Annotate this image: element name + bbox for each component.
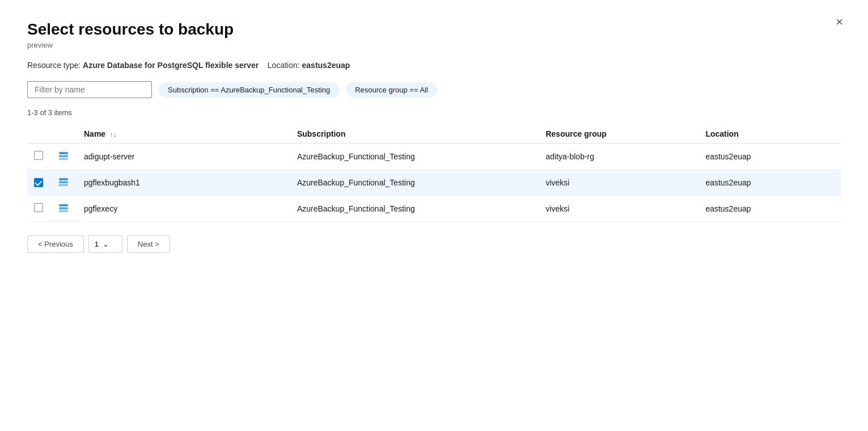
dialog-container: × Select resources to backup preview Res… (0, 0, 868, 431)
svg-rect-2 (59, 158, 68, 160)
svg-point-7 (59, 178, 68, 180)
row-resource-group: aditya-blob-rg (539, 143, 698, 170)
col-name-label: Name (84, 129, 105, 138)
svg-point-11 (59, 204, 68, 206)
subscription-filter-tag[interactable]: Subscription == AzureBackup_Functional_T… (159, 82, 339, 98)
row-name: pgflexecy (77, 196, 290, 222)
table-body: adigupt-serverAzureBackup_Functional_Tes… (27, 143, 841, 222)
table-row[interactable]: pgflexecyAzureBackup_Functional_Testingv… (27, 196, 841, 222)
row-name: pgflexbugbash1 (77, 170, 290, 196)
table-row[interactable]: pgflexbugbash1AzureBackup_Functional_Tes… (27, 170, 841, 196)
col-header-check (27, 125, 50, 143)
database-icon (57, 149, 70, 163)
col-header-icon (50, 125, 77, 143)
row-checkbox-unchecked[interactable] (34, 203, 43, 212)
filters-row: Subscription == AzureBackup_Functional_T… (27, 81, 841, 98)
col-header-resource-group: Resource group (539, 125, 698, 143)
resources-table: Name ↑↓ Subscription Resource group Loca… (27, 125, 841, 222)
col-header-location: Location (698, 125, 841, 143)
resource-type-value: Azure Database for PostgreSQL flexible s… (83, 61, 259, 70)
resource-type-label: Resource type: (27, 61, 81, 70)
dialog-title: Select resources to backup (27, 20, 841, 39)
location-value: eastus2euap (302, 61, 350, 70)
svg-rect-9 (59, 208, 68, 210)
row-location: eastus2euap (698, 196, 841, 222)
row-checkbox-checked[interactable] (34, 178, 43, 187)
row-checkbox-cell (27, 196, 50, 222)
row-checkbox-cell (27, 170, 50, 196)
database-icon (57, 201, 70, 215)
page-select[interactable]: 1 ⌄ (88, 235, 122, 253)
chevron-down-icon: ⌄ (103, 240, 109, 248)
page-select-dropdown[interactable]: 1 (95, 240, 99, 248)
row-name: adigupt-server (77, 143, 290, 170)
database-icon (57, 175, 70, 189)
items-count: 1-3 of 3 items (27, 108, 841, 117)
row-icon-cell (50, 196, 77, 222)
row-subscription: AzureBackup_Functional_Testing (290, 143, 539, 170)
svg-rect-6 (59, 184, 68, 187)
table-row[interactable]: adigupt-serverAzureBackup_Functional_Tes… (27, 143, 841, 170)
pagination-row: < Previous 1 ⌄ Next > (27, 235, 841, 253)
col-header-subscription: Subscription (290, 125, 539, 143)
row-checkbox-unchecked[interactable] (34, 151, 43, 160)
location-label: Location: (268, 61, 300, 70)
previous-button[interactable]: < Previous (27, 235, 84, 253)
row-icon-cell (50, 143, 77, 170)
svg-rect-5 (59, 181, 68, 184)
filter-by-name-input[interactable] (27, 81, 152, 98)
col-header-name[interactable]: Name ↑↓ (77, 125, 290, 143)
close-button[interactable]: × (831, 14, 848, 31)
resource-group-filter-tag[interactable]: Resource group == All (346, 82, 437, 98)
row-icon-cell (50, 170, 77, 196)
svg-point-3 (59, 152, 68, 154)
table-header-row: Name ↑↓ Subscription Resource group Loca… (27, 125, 841, 143)
sort-icon[interactable]: ↑↓ (110, 131, 116, 138)
resource-info: Resource type: Azure Database for Postgr… (27, 61, 841, 70)
svg-rect-10 (59, 210, 68, 213)
row-subscription: AzureBackup_Functional_Testing (290, 196, 539, 222)
row-location: eastus2euap (698, 143, 841, 170)
row-subscription: AzureBackup_Functional_Testing (290, 170, 539, 196)
row-resource-group: viveksi (539, 196, 698, 222)
svg-rect-1 (59, 155, 68, 158)
next-button[interactable]: Next > (127, 235, 170, 253)
row-location: eastus2euap (698, 170, 841, 196)
row-checkbox-cell (27, 143, 50, 170)
row-resource-group: viveksi (539, 170, 698, 196)
dialog-subtitle: preview (27, 41, 841, 49)
